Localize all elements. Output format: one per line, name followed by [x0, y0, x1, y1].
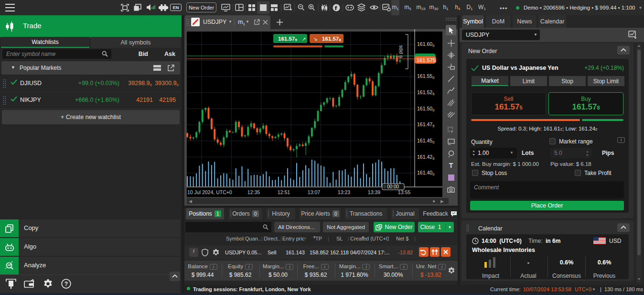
svg-text:161.475: 161.475 — [417, 121, 434, 128]
svg-text:?: ? — [64, 281, 68, 287]
svg-text:161.550: 161.550 — [417, 73, 434, 80]
svg-text:161.450: 161.450 — [417, 138, 434, 144]
svg-text:161.425: 161.425 — [417, 154, 434, 161]
svg-text:12:51: 12:51 — [278, 189, 290, 195]
svg-text:↘: ↘ — [313, 36, 317, 42]
svg-text:161.575: 161.575 — [278, 36, 297, 42]
svg-text:161.600: 161.600 — [417, 41, 434, 48]
svg-text:161.575: 161.575 — [417, 57, 436, 63]
svg-text:161.525: 161.525 — [417, 89, 434, 96]
svg-text:13:55: 13:55 — [398, 189, 410, 195]
svg-text:↗: ↗ — [302, 36, 306, 42]
svg-text:161.500: 161.500 — [417, 106, 434, 112]
svg-text:00:00: 00:00 — [387, 184, 399, 189]
svg-text:12:35: 12:35 — [247, 189, 260, 195]
svg-text:161.578: 161.578 — [322, 36, 341, 42]
svg-text:F: F — [451, 130, 453, 133]
svg-text:161.400: 161.400 — [417, 170, 434, 176]
svg-text:13:07: 13:07 — [308, 189, 320, 195]
svg-text:10 Jul 2024, UTC+0: 10 Jul 2024, UTC+0 — [187, 189, 232, 195]
svg-text:13:39: 13:39 — [368, 189, 380, 195]
svg-text:6 pips: 6 pips — [398, 45, 403, 58]
svg-text:13:23: 13:23 — [338, 189, 350, 195]
